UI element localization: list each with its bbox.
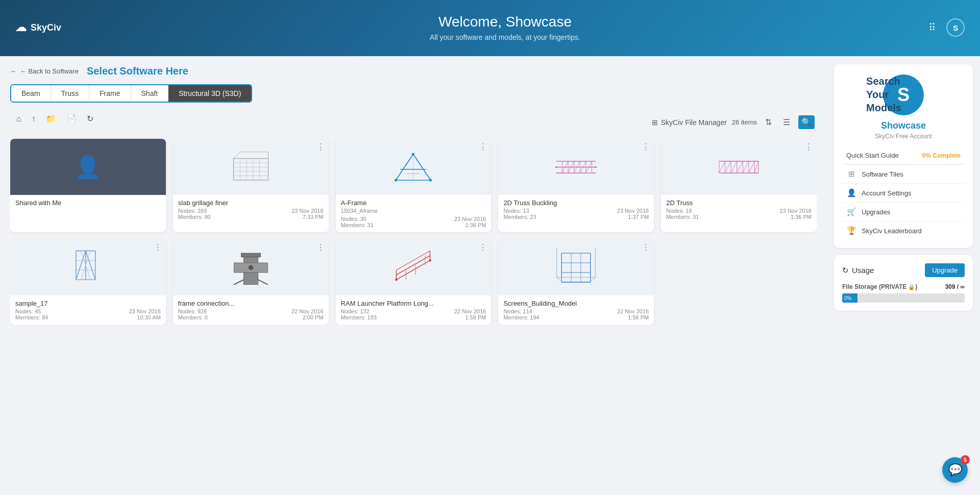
items-count: 26 items	[732, 118, 757, 126]
file-menu-dot[interactable]: ⋮	[316, 142, 325, 152]
file-icon[interactable]: 📄	[62, 111, 81, 127]
content-area: ← ← Back to Software Select Software Her…	[0, 56, 827, 495]
tab-frame[interactable]: Frame	[89, 85, 131, 102]
quick-start-guide-row[interactable]: Quick Start Guide 0% Complete	[842, 147, 965, 164]
frame-svg	[229, 246, 273, 289]
chat-badge: 5	[961, 455, 970, 464]
sort-btn[interactable]: ⇅	[762, 115, 775, 129]
svg-point-35	[595, 166, 597, 167]
header-left: ☁ SkyCiv	[15, 21, 61, 34]
2d-truss-info: 2D Truss Nodes: 18 Members: 31 23 Nov 20…	[661, 195, 817, 224]
file-card-sample17[interactable]: sample_17 Nodes: 45 Members: 84 23 Nov 2…	[10, 239, 166, 325]
file-menu-dot[interactable]: ⋮	[804, 142, 813, 152]
svg-line-11	[396, 154, 413, 180]
top-nav: ← ← Back to Software Select Software Her…	[10, 65, 817, 77]
tab-truss[interactable]: Truss	[51, 85, 89, 102]
refresh-icon[interactable]: ↻	[83, 111, 97, 127]
file-menu-dot[interactable]: ⋮	[316, 242, 325, 252]
folder-icon[interactable]: 📁	[42, 111, 60, 127]
file-card-a-frame[interactable]: A-Frame 15034_Aframe Nodes: 30 Members: …	[336, 139, 492, 232]
menu-item-account-settings[interactable]: 👤 Account Settings	[842, 183, 965, 202]
skyciv-logo[interactable]: ☁ SkyCiv	[15, 21, 61, 34]
profile-menu: Quick Start Guide 0% Complete ⊞ Software…	[842, 147, 965, 240]
svg-line-55	[86, 251, 95, 280]
progress-bar-background: 0%	[842, 293, 965, 303]
logo-text: SkyCiv	[31, 22, 61, 33]
file-menu-dot[interactable]: ⋮	[642, 142, 650, 152]
svg-point-19	[429, 179, 432, 181]
2d-truss-thumb	[661, 139, 817, 195]
svg-line-69	[234, 280, 243, 284]
frame-connection-name: frame connection...	[178, 300, 324, 307]
sample17-svg	[66, 246, 110, 289]
svg-line-92	[591, 277, 595, 282]
file-menu-dot[interactable]: ⋮	[642, 242, 650, 252]
file-menu-dot[interactable]: ⋮	[479, 142, 487, 152]
aframe-name: A-Frame	[341, 199, 486, 207]
tab-s3d[interactable]: Structural 3D (S3D)	[168, 85, 251, 102]
chat-button[interactable]: 💬 5	[942, 457, 968, 483]
upgrade-button[interactable]: Upgrade	[925, 263, 965, 277]
sample17-meta: Nodes: 45 Members: 84 23 Nov 2016 10:30 …	[15, 308, 161, 320]
svg-line-48	[731, 161, 737, 172]
back-to-software-link[interactable]: ← ← Back to Software	[10, 67, 79, 75]
frame-connection-meta: Nodes: 928 Members: 0 22 Nov 2016 2:00 P…	[178, 308, 324, 320]
usage-label: Usage	[852, 266, 874, 275]
header-avatar[interactable]: S	[946, 18, 965, 37]
person-icon: 👤	[75, 155, 101, 180]
upgrades-label: Upgrades	[862, 208, 890, 216]
slab-thumb	[173, 139, 329, 195]
menu-item-software-tiles[interactable]: ⊞ Software Tiles	[842, 164, 965, 183]
grid-icon[interactable]: ⠿	[928, 21, 936, 34]
svg-line-47	[725, 161, 731, 172]
svg-line-52	[754, 161, 758, 172]
file-card-2d-truss[interactable]: 2D Truss Nodes: 18 Members: 31 23 Nov 20…	[661, 139, 817, 232]
svg-point-71	[248, 265, 253, 269]
sample17-thumb	[10, 239, 166, 295]
2d-truss-meta: Nodes: 18 Members: 31 23 Nov 2016 1:36 P…	[666, 208, 812, 220]
tab-shaft[interactable]: Shaft	[131, 85, 169, 102]
file-menu-dot[interactable]: ⋮	[479, 242, 487, 252]
sample17-info: sample_17 Nodes: 45 Members: 84 23 Nov 2…	[10, 295, 166, 325]
select-software-label[interactable]: Select Software Here	[87, 65, 188, 77]
svg-line-51	[749, 161, 755, 172]
storage-label-text: File Storage (PRIVATE 🔒)	[842, 283, 917, 290]
screens-name: Screens_Building_Model	[503, 300, 649, 307]
back-arrow-icon: ←	[10, 67, 17, 75]
up-icon[interactable]: ↑	[28, 111, 40, 127]
2d-truss-name: 2D Truss	[666, 199, 812, 207]
svg-line-49	[737, 161, 743, 172]
home-icon[interactable]: ⌂	[12, 111, 26, 127]
tab-beam[interactable]: Beam	[11, 85, 51, 102]
svg-line-12	[413, 154, 431, 180]
svg-line-46	[719, 161, 725, 172]
toolbar: ⌂ ↑ 📁 📄 ↻	[12, 111, 97, 127]
list-view-btn[interactable]: ☰	[780, 115, 793, 129]
menu-item-leaderboard[interactable]: 🏆 SkyCiv Leaderboard	[842, 221, 965, 240]
progress-bar-fill: 0%	[842, 293, 857, 303]
menu-item-upgrades[interactable]: 🛒 Upgrades	[842, 202, 965, 221]
file-card-2d-truss-buckling[interactable]: 2D Truss Buckling Nodes: 13 Members: 23 …	[498, 139, 654, 232]
screens-meta: Nodes: 114 Members: 194 22 Nov 2016 1:56…	[503, 308, 649, 320]
frame-connection-info: frame connection... Nodes: 928 Members: …	[173, 295, 329, 325]
file-card-ram-launcher[interactable]: RAM Launcher Platform Long... Nodes: 132…	[336, 239, 492, 325]
aframe-subname: 15034_Aframe	[341, 208, 486, 214]
file-card-screens-building[interactable]: Screens_Building_Model Nodes: 114 Member…	[498, 239, 654, 325]
truss-buckling-name: 2D Truss Buckling	[503, 199, 649, 207]
profile-plan: SkyCiv Free Account	[875, 133, 932, 140]
file-menu-dot[interactable]: ⋮	[154, 242, 162, 252]
search-btn[interactable]: 🔍 Search Your Models	[798, 115, 815, 129]
shared-name: Shared with Me	[15, 199, 161, 207]
file-manager-bar: ⌂ ↑ 📁 📄 ↻ ⊞ SkyCiv File Manager 26 items…	[10, 111, 817, 134]
shared-with-me-card[interactable]: 👤 Shared with Me	[10, 139, 166, 232]
file-area: 👤 Shared with Me	[10, 139, 817, 325]
svg-rect-68	[241, 253, 260, 257]
file-card-slab-grillage[interactable]: slab grillage finer Nodes: 289 Members: …	[173, 139, 329, 232]
truss-buckling-meta: Nodes: 13 Members: 23 23 Nov 2016 1:37 P…	[503, 208, 649, 220]
header-right: ⠿ S	[928, 18, 965, 37]
screens-thumb	[498, 239, 654, 295]
slab-info: slab grillage finer Nodes: 289 Members: …	[173, 195, 329, 224]
file-card-frame-connection[interactable]: frame connection... Nodes: 928 Members: …	[173, 239, 329, 325]
search-tooltip-line3: Models	[866, 102, 901, 113]
slab-meta: Nodes: 289 Members: 80 23 Nov 2016 7:33 …	[178, 208, 324, 220]
